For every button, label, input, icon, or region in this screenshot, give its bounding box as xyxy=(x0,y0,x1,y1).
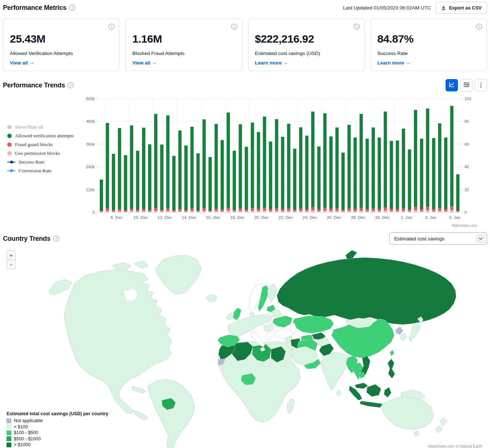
bar-fraud-blocks[interactable] xyxy=(396,209,399,211)
table-view-button[interactable] xyxy=(460,79,473,91)
bar-allowed-attempts[interactable] xyxy=(456,174,459,211)
map-region-central-america[interactable] xyxy=(133,410,148,420)
bar-fraud-blocks[interactable] xyxy=(142,209,145,211)
bar-allowed-attempts[interactable] xyxy=(414,110,417,207)
legend-item-show-hide-all[interactable]: Show/Hide all xyxy=(7,123,74,131)
bar-fraud-blocks[interactable] xyxy=(100,211,103,212)
map-region-greece[interactable] xyxy=(265,332,273,340)
bar-geo-blocks[interactable] xyxy=(130,211,133,212)
bar-allowed-attempts[interactable] xyxy=(299,127,302,209)
map-region-sri-lanka[interactable] xyxy=(337,390,341,396)
zoom-in-button[interactable]: + xyxy=(7,251,15,260)
bar-geo-blocks[interactable] xyxy=(438,211,441,212)
bar-fraud-blocks[interactable] xyxy=(287,209,290,211)
bar-fraud-blocks[interactable] xyxy=(118,209,121,211)
map-region-java[interactable] xyxy=(360,401,383,408)
bar-fraud-blocks[interactable] xyxy=(372,209,375,211)
bar-allowed-attempts[interactable] xyxy=(148,144,151,210)
map-credit[interactable]: Highcharts.com © Natural Earth xyxy=(428,444,482,448)
legend-item-fraud-blocks[interactable]: Fraud guard blocks xyxy=(7,140,74,149)
bar-allowed-attempts[interactable] xyxy=(263,117,266,208)
map-region-balkans[interactable] xyxy=(264,324,274,332)
bar-geo-blocks[interactable] xyxy=(215,211,218,212)
info-icon[interactable] xyxy=(53,236,59,241)
map-region-australia[interactable] xyxy=(382,397,434,429)
bar-geo-blocks[interactable] xyxy=(414,210,417,212)
bar-fraud-blocks[interactable] xyxy=(208,211,212,212)
bar-fraud-blocks[interactable] xyxy=(227,208,230,211)
bar-allowed-attempts[interactable] xyxy=(293,149,296,209)
bar-allowed-attempts[interactable] xyxy=(245,147,248,210)
bar-allowed-attempts[interactable] xyxy=(450,106,454,207)
bar-fraud-blocks[interactable] xyxy=(106,209,109,211)
bar-geo-blocks[interactable] xyxy=(329,211,333,212)
bar-allowed-attempts[interactable] xyxy=(311,111,314,207)
bar-geo-blocks[interactable] xyxy=(372,211,375,212)
bar-fraud-blocks[interactable] xyxy=(263,208,266,211)
bar-allowed-attempts[interactable] xyxy=(239,124,242,208)
bar-allowed-attempts[interactable] xyxy=(365,139,369,209)
bar-allowed-attempts[interactable] xyxy=(154,114,157,208)
bar-allowed-attempts[interactable] xyxy=(142,128,145,209)
legend-item-geo-blocks[interactable]: Geo permission blocks xyxy=(7,149,74,158)
bar-geo-blocks[interactable] xyxy=(251,211,254,212)
map-region-arctic-islands[interactable] xyxy=(112,263,131,270)
bar-allowed-attempts[interactable] xyxy=(432,138,435,209)
bar-allowed-attempts[interactable] xyxy=(208,157,212,211)
bar-fraud-blocks[interactable] xyxy=(166,209,169,211)
bar-fraud-blocks[interactable] xyxy=(378,209,381,211)
bar-fraud-blocks[interactable] xyxy=(269,209,272,211)
info-icon[interactable] xyxy=(476,24,482,30)
bar-geo-blocks[interactable] xyxy=(390,211,393,212)
bar-fraud-blocks[interactable] xyxy=(456,211,459,212)
map-region-south-korea[interactable] xyxy=(401,333,407,341)
bar-allowed-attempts[interactable] xyxy=(269,142,272,209)
bar-allowed-attempts[interactable] xyxy=(372,127,375,209)
bar-allowed-attempts[interactable] xyxy=(420,139,423,209)
map-region-madagascar[interactable] xyxy=(287,399,294,413)
bar-geo-blocks[interactable] xyxy=(360,211,363,212)
bar-fraud-blocks[interactable] xyxy=(281,209,284,211)
legend-item-success-rate[interactable]: Success Rate xyxy=(7,158,74,166)
map-region-ireland[interactable] xyxy=(227,313,233,320)
bar-fraud-blocks[interactable] xyxy=(438,208,441,211)
bar-fraud-blocks[interactable] xyxy=(311,207,314,211)
bar-allowed-attempts[interactable] xyxy=(112,154,115,210)
info-icon[interactable] xyxy=(68,82,74,88)
bar-fraud-blocks[interactable] xyxy=(245,210,248,212)
bar-fraud-blocks[interactable] xyxy=(239,209,242,211)
bar-fraud-blocks[interactable] xyxy=(257,209,260,211)
bar-fraud-blocks[interactable] xyxy=(336,209,339,211)
trends-combo-chart[interactable]: 0120k240k360k480k600k0204060801008. Dec1… xyxy=(74,92,490,225)
bar-geo-blocks[interactable] xyxy=(426,210,429,212)
bar-geo-blocks[interactable] xyxy=(336,211,339,212)
bar-allowed-attempts[interactable] xyxy=(281,137,284,209)
bar-fraud-blocks[interactable] xyxy=(305,209,309,211)
bar-geo-blocks[interactable] xyxy=(239,211,242,212)
bar-geo-blocks[interactable] xyxy=(287,211,290,212)
map-region-belarus[interactable] xyxy=(273,310,281,317)
map-region-alaska[interactable] xyxy=(50,279,71,295)
map-region-south-america[interactable] xyxy=(148,379,195,448)
bar-allowed-attempts[interactable] xyxy=(215,124,218,209)
bar-allowed-attempts[interactable] xyxy=(426,109,429,207)
metric-dropdown[interactable]: Estimated cost savings xyxy=(389,232,487,245)
bar-fraud-blocks[interactable] xyxy=(360,208,363,211)
legend-item-allowed[interactable]: Allowed verification attempts xyxy=(7,131,74,140)
bar-allowed-attempts[interactable] xyxy=(166,115,169,209)
highcharts-credit[interactable]: Highcharts.com xyxy=(452,224,477,228)
bar-allowed-attempts[interactable] xyxy=(203,119,206,208)
bar-allowed-attempts[interactable] xyxy=(220,140,224,209)
bar-fraud-blocks[interactable] xyxy=(112,210,115,212)
bar-geo-blocks[interactable] xyxy=(227,211,230,212)
bar-fraud-blocks[interactable] xyxy=(353,209,357,211)
bar-fraud-blocks[interactable] xyxy=(384,207,387,211)
bar-allowed-attempts[interactable] xyxy=(275,119,278,208)
bar-allowed-attempts[interactable] xyxy=(106,123,109,209)
bar-allowed-attempts[interactable] xyxy=(384,111,387,207)
bar-fraud-blocks[interactable] xyxy=(299,209,302,211)
bar-allowed-attempts[interactable] xyxy=(396,141,399,209)
bar-allowed-attempts[interactable] xyxy=(118,128,121,209)
bar-geo-blocks[interactable] xyxy=(106,211,109,212)
bar-fraud-blocks[interactable] xyxy=(317,209,321,211)
